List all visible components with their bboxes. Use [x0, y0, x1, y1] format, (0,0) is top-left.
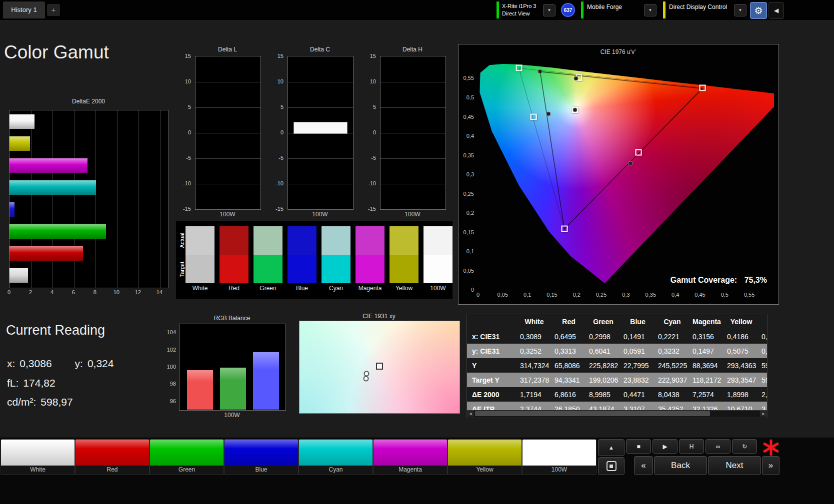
swatch-actual: [220, 226, 248, 255]
chevron-down-icon: ▼: [548, 8, 552, 12]
x-label: x:: [7, 358, 15, 369]
swatch-actual: [390, 226, 418, 255]
pattern-button-cyan[interactable]: Cyan: [298, 439, 373, 475]
delta-h-x-label: 100W: [380, 211, 445, 218]
y-tick-label: 10: [278, 78, 284, 84]
table-cell: 0,3156: [690, 329, 724, 344]
pattern-bar: WhiteRedGreenBlueCyanMagentaYellow100W ▲…: [0, 438, 834, 504]
table-cell: 32,1326: [690, 402, 724, 411]
stop-button[interactable]: ■: [626, 439, 651, 454]
white-point-marker: [376, 363, 383, 370]
table-cell: 0,1491: [620, 329, 655, 344]
display-control-status-bar: [663, 1, 666, 18]
current-reading-xy: x:0,3086y:0,324: [7, 358, 114, 370]
y-tick-label: 0: [280, 129, 284, 135]
bar-100w: [10, 114, 35, 129]
scroll-left-icon[interactable]: ◄: [467, 411, 474, 417]
table-cell: 8,0438: [655, 387, 690, 402]
y-tick-label: 15: [185, 53, 191, 59]
meter-dropdown-button[interactable]: ▼: [543, 4, 556, 16]
table-header: Cyan: [655, 314, 690, 329]
x-tick-label: 12: [135, 289, 141, 295]
pattern-label: 100W: [522, 466, 596, 474]
table-cell: 23,8832: [620, 373, 655, 387]
table-cell: 1,8998: [724, 387, 758, 402]
bar-white: [10, 268, 28, 283]
y-tick-label: 0,3: [466, 171, 474, 177]
pattern-color: [374, 440, 447, 466]
table-cell: 0,2221: [655, 329, 690, 344]
swatch-actual: [288, 226, 316, 255]
cdm2-value: 598,97: [40, 396, 72, 408]
y-tick-label: 0,5: [466, 94, 474, 100]
display-control-dropdown-button[interactable]: ▼: [734, 4, 746, 16]
cie1976-chart: Gamut Coverage: 75,3%: [478, 59, 774, 290]
chevron-down-icon: ▼: [648, 8, 652, 12]
pattern-color: [76, 440, 149, 466]
settings-button[interactable]: ⚙: [750, 2, 767, 19]
pattern-button-magenta[interactable]: Magenta: [373, 439, 448, 475]
gear-icon: ⚙: [754, 5, 762, 16]
measured-marker: [363, 376, 368, 382]
table-cell: 0,3252: [517, 344, 552, 358]
cie1976-y-axis: 00,050,10,150,20,250,30,350,40,450,50,55: [458, 59, 476, 290]
swatch-target: [220, 255, 248, 283]
table-row: x: CIE310,30890,64950,29980,14910,22210,…: [467, 329, 768, 344]
bar-green: [220, 367, 246, 410]
current-reading-cdm2: cd/m²:598,97: [7, 396, 73, 408]
swatch-target: [390, 255, 418, 283]
measured-marker: [546, 112, 551, 116]
swatch-cyan: Cyan: [322, 226, 350, 292]
first-button[interactable]: «: [634, 456, 653, 475]
gamut-coverage-value: 75,3%: [744, 276, 767, 284]
double-chevron-right-icon: »: [768, 461, 773, 471]
table-cell: 245,5225: [655, 358, 690, 373]
pattern-up-button[interactable]: ▲: [598, 439, 624, 456]
pattern-button-white[interactable]: White: [0, 439, 75, 475]
bar-green: [10, 224, 106, 239]
swatch-target: [186, 255, 214, 283]
loop-button[interactable]: ↻: [732, 439, 757, 454]
swatch-label: White: [186, 283, 214, 292]
table-cell: 10,6710: [724, 402, 758, 411]
pattern-button-red[interactable]: Red: [75, 439, 150, 475]
play-button[interactable]: ▶: [652, 439, 678, 454]
continuous-measure-button[interactable]: ∞: [706, 439, 730, 454]
measured-marker: [628, 161, 632, 165]
scroll-right-icon[interactable]: ►: [760, 411, 767, 417]
history-tab[interactable]: History 1: [3, 1, 45, 18]
last-button[interactable]: »: [762, 456, 780, 475]
target-marker: [561, 226, 568, 232]
pattern-window-icon: [606, 461, 616, 471]
gridline: [196, 133, 260, 133]
pattern-button-100w[interactable]: 100W: [522, 439, 596, 475]
swatch-label: Yellow: [390, 283, 418, 292]
gridline: [196, 158, 260, 159]
y-tick-label: 96: [170, 398, 176, 404]
scrollbar-thumb[interactable]: [475, 411, 710, 416]
pattern-label: Magenta: [374, 466, 447, 474]
pattern-button-green[interactable]: Green: [150, 439, 224, 475]
gridline: [380, 133, 446, 133]
table-cell: 317,2378: [517, 373, 552, 387]
top-bar: History 1 + X-Rite i1Pro 3 Direct View ▼…: [0, 0, 834, 20]
collapse-panel-button[interactable]: ◀: [768, 2, 784, 19]
swatch-yellow: Yellow: [390, 226, 418, 292]
hold-button[interactable]: H: [679, 439, 704, 454]
source-dropdown-button[interactable]: ▼: [644, 4, 656, 16]
x-tick-label: 0,15: [546, 292, 557, 298]
swatch-magenta: Magenta: [356, 226, 384, 292]
cie1931-title: CIE 1931 xy: [299, 313, 459, 320]
table-cell: 65,8086: [552, 358, 586, 373]
y-tick-label: 100: [167, 364, 176, 370]
measurement-table-panel: WhiteRedGreenBlueCyanMagentaYellow100Wx:…: [466, 314, 768, 411]
pattern-window-button[interactable]: [598, 457, 624, 475]
pattern-button-yellow[interactable]: Yellow: [448, 439, 522, 475]
back-label: Back: [671, 461, 690, 471]
back-button[interactable]: Back: [654, 456, 707, 475]
y-tick-label: 0: [471, 287, 474, 293]
table-horizontal-scrollbar[interactable]: ◄ ►: [466, 410, 768, 418]
pattern-button-blue[interactable]: Blue: [224, 439, 298, 475]
next-button[interactable]: Next: [708, 456, 761, 475]
add-tab-button[interactable]: +: [47, 4, 60, 16]
